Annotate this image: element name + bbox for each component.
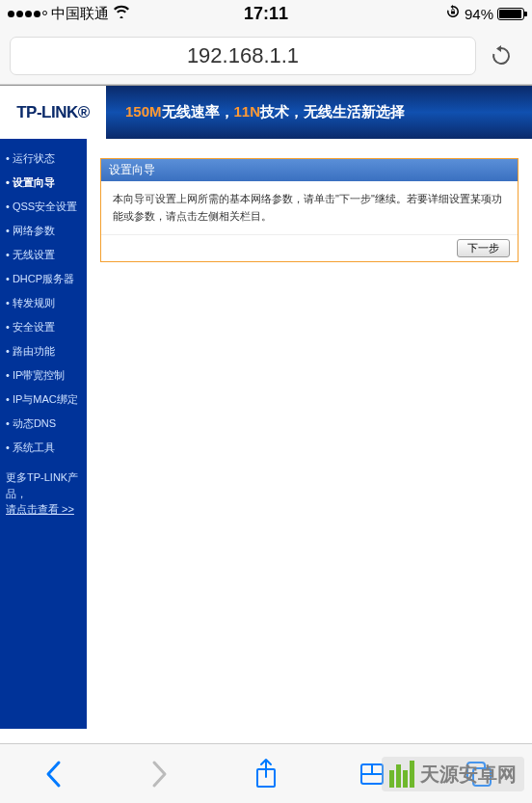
watermark-logo-icon — [389, 761, 414, 788]
sidebar-footer: 更多TP-LINK产品， 请点击查看 >> — [0, 460, 87, 527]
router-admin-page: TP-LINK® 150M无线速率，11N技术，无线生活新选择 运行状态设置向导… — [0, 85, 532, 729]
banner-text: 150M无线速率，11N技术，无线生活新选择 — [106, 103, 532, 121]
watermark-text: 天源安卓网 — [420, 762, 517, 788]
sidebar-item-1[interactable]: 设置向导 — [0, 171, 87, 195]
carrier-label: 中国联通 — [51, 5, 109, 23]
safari-address-bar: 192.168.1.1 — [0, 27, 532, 85]
sidebar-item-10[interactable]: IP与MAC绑定 — [0, 388, 87, 412]
panel-footer: 下一步 — [101, 234, 518, 261]
next-button[interactable]: 下一步 — [457, 239, 510, 257]
share-button[interactable] — [245, 753, 287, 795]
sidebar-item-2[interactable]: QSS安全设置 — [0, 195, 87, 219]
sidebar-item-5[interactable]: DHCP服务器 — [0, 267, 87, 291]
sidebar-item-11[interactable]: 动态DNS — [0, 412, 87, 436]
sidebar: 运行状态设置向导QSS安全设置网络参数无线设置DHCP服务器转发规则安全设置路由… — [0, 139, 87, 729]
sidebar-footer-line1: 更多TP-LINK产品， — [6, 469, 81, 501]
router-body: 运行状态设置向导QSS安全设置网络参数无线设置DHCP服务器转发规则安全设置路由… — [0, 139, 532, 729]
panel-title: 设置向导 — [101, 159, 518, 181]
status-right: 94% — [352, 5, 524, 23]
url-text: 192.168.1.1 — [187, 43, 299, 68]
banner-rest: 技术，无线生活新选择 — [260, 103, 405, 120]
sidebar-item-8[interactable]: 路由功能 — [0, 339, 87, 363]
tplink-logo: TP-LINK® — [0, 86, 106, 139]
back-button[interactable] — [32, 753, 74, 795]
sidebar-footer-link[interactable]: 请点击查看 >> — [6, 501, 81, 518]
sidebar-item-7[interactable]: 安全设置 — [0, 315, 87, 339]
sidebar-item-6[interactable]: 转发规则 — [0, 291, 87, 315]
reload-button[interactable] — [480, 35, 522, 77]
cellular-signal-icon — [8, 11, 47, 17]
panel-body: 本向导可设置上网所需的基本网络参数，请单击"下一步"继续。若要详细设置某项功能或… — [101, 181, 518, 234]
watermark: 天源安卓网 — [382, 757, 524, 791]
sidebar-item-9[interactable]: IP带宽控制 — [0, 363, 87, 388]
battery-icon — [497, 8, 524, 20]
banner-mid1: 无线速率， — [162, 103, 234, 120]
orientation-lock-icon — [445, 5, 461, 23]
status-time: 17:11 — [180, 4, 353, 24]
forward-button[interactable] — [139, 753, 181, 795]
banner-11n: 11N — [234, 103, 261, 120]
sidebar-item-0[interactable]: 运行状态 — [0, 147, 87, 171]
wizard-panel: 设置向导 本向导可设置上网所需的基本网络参数，请单击"下一步"继续。若要详细设置… — [100, 158, 519, 262]
battery-percent: 94% — [465, 6, 493, 22]
sidebar-item-4[interactable]: 无线设置 — [0, 243, 87, 267]
main-content: 设置向导 本向导可设置上网所需的基本网络参数，请单击"下一步"继续。若要详细设置… — [87, 139, 532, 729]
ios-status-bar: 中国联通 17:11 94% — [0, 0, 532, 27]
status-left: 中国联通 — [8, 5, 180, 23]
sidebar-item-12[interactable]: 系统工具 — [0, 436, 87, 460]
wifi-icon — [113, 5, 130, 22]
svg-rect-0 — [451, 11, 455, 13]
sidebar-item-3[interactable]: 网络参数 — [0, 219, 87, 243]
banner-150m: 150M — [125, 103, 162, 120]
url-field[interactable]: 192.168.1.1 — [10, 37, 476, 75]
router-header: TP-LINK® 150M无线速率，11N技术，无线生活新选择 — [0, 85, 532, 139]
